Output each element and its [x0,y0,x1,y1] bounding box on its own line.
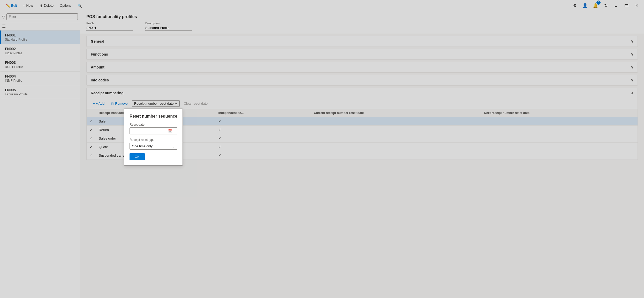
date-input-wrap: 📅 [130,127,177,134]
reset-date-label: Reset date [130,123,177,126]
reset-type-select[interactable]: One time onlyRecurring [130,143,177,150]
modal-title: Reset number sequence [130,114,177,119]
reset-number-sequence-modal: Reset number sequence Reset date 📅 Recei… [124,109,183,166]
modal-actions: OK [130,153,177,160]
reset-date-field: Reset date 📅 [130,123,177,134]
reset-date-input[interactable] [130,128,166,134]
reset-type-select-wrap: One time onlyRecurring [130,143,177,150]
reset-type-label: Receipt reset type [130,138,177,142]
ok-button[interactable]: OK [130,153,145,160]
reset-type-field: Receipt reset type One time onlyRecurrin… [130,138,177,150]
calendar-icon[interactable]: 📅 [166,128,174,134]
modal-overlay[interactable]: Reset number sequence Reset date 📅 Recei… [0,0,644,298]
